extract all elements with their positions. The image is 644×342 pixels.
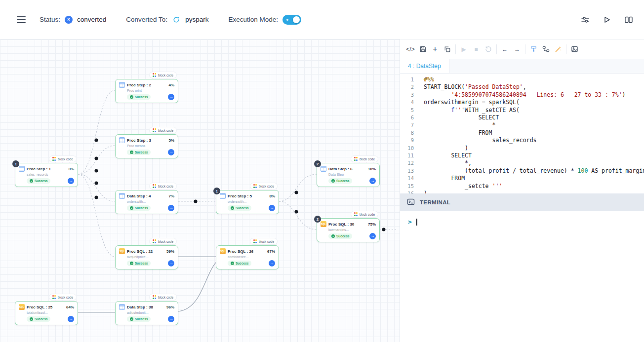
node-title: Proc SQL : 25 xyxy=(27,305,64,309)
block-code-label: block code xyxy=(58,157,73,161)
table-icon xyxy=(220,193,226,199)
graph-node-4[interactable]: block codeData Step : 47%orderswith...✓S… xyxy=(115,190,178,214)
code-line: 6 SELECT xyxy=(400,114,644,121)
code-icon[interactable]: </> xyxy=(406,44,415,54)
open-node-button[interactable]: → xyxy=(269,260,275,266)
line-number: 12 xyxy=(400,159,414,167)
add-icon[interactable]: + xyxy=(431,44,440,54)
node-subtitle: Proc print xyxy=(127,89,174,92)
block-code-badge[interactable]: block code xyxy=(150,183,176,189)
block-code-label: block code xyxy=(259,185,274,188)
graph-node-5[interactable]: block code1Proc Step : 58%orderswith...✓… xyxy=(216,190,279,214)
open-node-button[interactable]: → xyxy=(168,149,174,155)
block-code-badge[interactable]: block code xyxy=(351,156,378,162)
block-code-icon xyxy=(153,295,157,299)
status-group: Status: × converted xyxy=(40,16,106,24)
graph-node-6[interactable]: block code2Data Step : 610%Data Step✓Suc… xyxy=(317,163,380,187)
dataflow-icon[interactable] xyxy=(541,44,550,54)
code-editor[interactable]: 1#%%2START_BLOCK('Passed DataStep',3 '4:… xyxy=(400,74,644,193)
toolbar-divider xyxy=(566,44,566,54)
block-code-badge[interactable]: block code xyxy=(150,238,176,244)
block-code-icon xyxy=(153,239,157,243)
split-view-icon[interactable] xyxy=(624,15,633,25)
reset-icon[interactable] xyxy=(484,44,493,54)
node-title: Data Step : 6 xyxy=(328,167,366,171)
run-icon[interactable]: ▶ xyxy=(459,44,468,54)
block-code-badge[interactable]: block code xyxy=(250,238,277,244)
graph-node-2[interactable]: block codeProc Step : 24%Proc print✓Succ… xyxy=(115,79,178,103)
success-badge: ✓Success xyxy=(127,94,151,100)
open-node-button[interactable]: → xyxy=(168,260,174,266)
check-icon: ✓ xyxy=(231,262,234,265)
code-line: 2START_BLOCK('Passed DataStep', xyxy=(400,83,644,91)
tab-datastep[interactable]: 4 : DataStep xyxy=(400,59,449,73)
code-line: 8 FROM xyxy=(400,129,644,137)
check-icon: ✓ xyxy=(130,206,133,210)
run-pipeline-icon[interactable] xyxy=(603,15,611,25)
code-lines: 1#%%2START_BLOCK('Passed DataStep',3 '4:… xyxy=(400,76,644,193)
open-node-button[interactable]: → xyxy=(369,178,376,184)
topbar-actions xyxy=(581,15,633,25)
execution-mode-toggle[interactable] xyxy=(282,15,301,25)
block-code-badge[interactable]: block code xyxy=(150,127,176,133)
block-code-badge[interactable]: block code xyxy=(351,211,378,217)
open-node-button[interactable]: → xyxy=(369,233,376,239)
terminal-cursor xyxy=(416,219,417,226)
graph-node-3[interactable]: block codeProc Step : 35%Proc means✓Succ… xyxy=(115,134,178,158)
stop-icon[interactable]: ■ xyxy=(472,44,481,54)
image-icon[interactable] xyxy=(570,44,579,54)
graph-node-30[interactable]: block code2SQLProc SQL : 3075%lowmargins… xyxy=(317,218,380,242)
graph-node-1[interactable]: block code1Proc Step : 13%sales_records✓… xyxy=(15,163,78,187)
node-subtitle: Proc means xyxy=(127,144,174,148)
line-number: 9 xyxy=(400,137,414,144)
editor-toolbar: </>+▶■←→ xyxy=(400,39,644,59)
block-code-badge[interactable]: block code xyxy=(150,72,176,78)
toolbar-divider xyxy=(496,44,497,54)
table-icon xyxy=(119,304,125,310)
magic-wand-icon[interactable] xyxy=(554,44,563,54)
converted-to-label: Converted To: xyxy=(126,16,167,23)
block-code-icon xyxy=(253,239,257,243)
node-progress: 3% xyxy=(68,167,74,171)
menu-icon[interactable] xyxy=(17,16,26,23)
terminal-header[interactable]: TERMINAL xyxy=(400,193,644,211)
success-badge: ✓Success xyxy=(228,205,251,211)
pipeline-graph-canvas[interactable]: block code1Proc Step : 13%sales_records✓… xyxy=(0,39,400,342)
open-node-button[interactable]: → xyxy=(68,316,74,322)
open-node-button[interactable]: → xyxy=(168,94,174,100)
code-line: 15 _setcte ''' xyxy=(400,183,644,190)
node-subtitle: totalunitssol... xyxy=(27,311,74,314)
terminal[interactable]: > xyxy=(400,211,644,342)
line-number: 7 xyxy=(400,121,414,129)
block-code-label: block code xyxy=(360,213,375,216)
filter-sliders-icon[interactable] xyxy=(581,15,590,25)
line-number: 4 xyxy=(400,99,414,106)
code-line: 7 * xyxy=(400,121,644,129)
check-icon: ✓ xyxy=(130,317,133,321)
node-progress: 96% xyxy=(166,305,174,309)
graph-node-26[interactable]: block codeSQLProc SQL : 2667%combinedre.… xyxy=(216,245,279,269)
copy-icon[interactable] xyxy=(443,44,452,54)
arrow-left-icon[interactable]: ← xyxy=(500,44,509,54)
block-code-badge[interactable]: block code xyxy=(49,294,76,300)
arrow-right-icon[interactable]: → xyxy=(513,44,522,54)
format-icon[interactable] xyxy=(529,44,538,54)
line-number: 3 xyxy=(400,91,414,99)
execution-mode-group: Execution Mode: xyxy=(228,15,301,25)
block-code-badge[interactable]: block code xyxy=(250,183,277,189)
open-node-button[interactable]: → xyxy=(68,178,74,184)
save-icon[interactable] xyxy=(418,44,427,54)
code-line: 3 '4:5859907074586240894 - Lines: 6 - 27… xyxy=(400,91,644,99)
block-code-badge[interactable]: block code xyxy=(49,156,76,162)
node-progress: 75% xyxy=(368,222,376,227)
graph-node-38[interactable]: block codeData Step : 3896%adjustedunit.… xyxy=(115,301,178,325)
refresh-icon xyxy=(172,15,181,25)
node-subtitle: Data Step xyxy=(328,173,376,176)
open-node-button[interactable]: → xyxy=(269,205,275,211)
block-code-badge[interactable]: block code xyxy=(150,294,176,300)
open-node-button[interactable]: → xyxy=(168,205,174,211)
node-number-badge: 2 xyxy=(314,160,321,167)
graph-node-25[interactable]: block codeSQLProc SQL : 2564%totalunitss… xyxy=(15,301,78,325)
graph-node-22[interactable]: block codeSQLProc SQL : 2259%avgunitpric… xyxy=(115,245,178,269)
open-node-button[interactable]: → xyxy=(168,316,174,322)
